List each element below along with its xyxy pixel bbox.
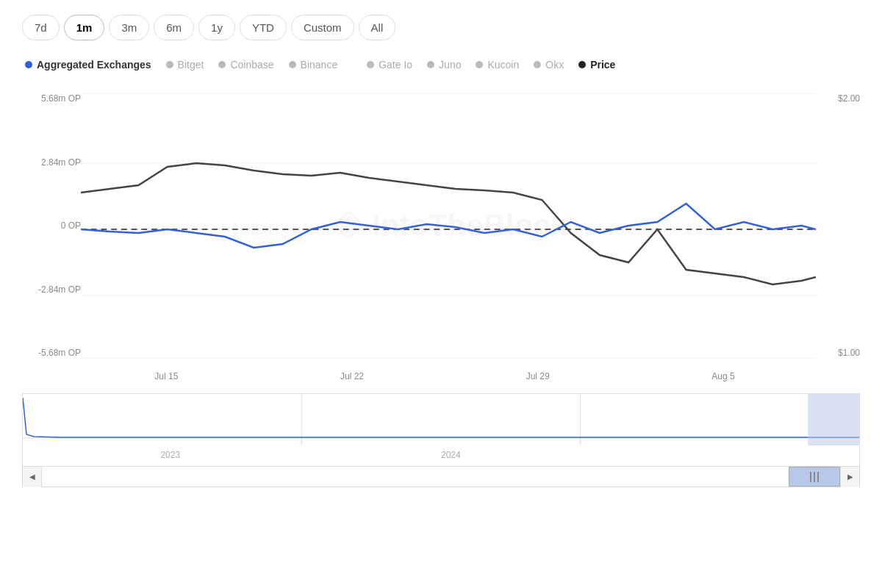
x-label-aug5: Aug 5 <box>711 371 734 381</box>
legend-juno[interactable]: Juno <box>427 59 461 71</box>
filter-3m-button[interactable]: 3m <box>109 15 149 40</box>
mini-label-2023: 2023 <box>160 450 180 460</box>
scrollbar[interactable]: ◀ ▶ <box>22 467 860 487</box>
y-label-4: -2.84m OP <box>22 284 81 295</box>
legend-dot-price <box>578 61 586 68</box>
filter-6m-button[interactable]: 6m <box>154 15 194 40</box>
legend-dot-bitget <box>166 61 173 68</box>
main-chart-svg <box>81 86 816 365</box>
legend-kucoin[interactable]: Kucoin <box>476 59 519 71</box>
legend-dot-okx <box>534 61 541 68</box>
x-label-jul22: Jul 22 <box>340 371 364 381</box>
filter-all-button[interactable]: All <box>359 15 396 40</box>
legend-price[interactable]: Price <box>578 59 615 71</box>
filter-ytd-button[interactable]: YTD <box>240 15 287 40</box>
y-label-bottom: -5.68m OP <box>22 348 81 358</box>
legend-label-coinbase: Coinbase <box>230 59 273 71</box>
scroll-handle-bar-3 <box>817 472 819 482</box>
y-label-right-top: $2.00 <box>838 93 860 104</box>
chart-legend: Aggregated Exchanges Bitget Coinbase Bin… <box>22 58 860 71</box>
scroll-thumb[interactable] <box>789 467 840 487</box>
y-label-2: 2.84m OP <box>22 157 81 168</box>
filter-7d-button[interactable]: 7d <box>22 15 60 40</box>
legend-dot-aggregated <box>25 61 32 68</box>
svg-rect-11 <box>808 394 859 445</box>
filter-1y-button[interactable]: 1y <box>198 15 235 40</box>
legend-label-price: Price <box>590 59 615 71</box>
filter-custom-button[interactable]: Custom <box>291 15 354 40</box>
legend-label-kucoin: Kucoin <box>487 59 519 71</box>
scroll-left-button[interactable]: ◀ <box>23 467 42 487</box>
legend-dot-binance <box>289 61 296 68</box>
y-label-right-bottom: $1.00 <box>838 348 860 358</box>
legend-label-juno: Juno <box>439 59 461 71</box>
legend-okx[interactable]: Okx <box>534 59 564 71</box>
legend-dot-coinbase <box>218 61 226 68</box>
legend-label-binance: Binance <box>301 59 338 71</box>
y-label-top: 5.68m OP <box>22 93 81 104</box>
mini-chart[interactable]: 2023 2024 <box>22 393 860 467</box>
legend-label-okx: Okx <box>545 59 564 71</box>
legend-label-bitget: Bitget <box>178 59 204 71</box>
mini-chart-svg <box>23 394 859 445</box>
mini-chart-labels: 2023 2024 <box>23 448 859 462</box>
legend-coinbase[interactable]: Coinbase <box>218 59 273 71</box>
main-chart-wrapper: 5.68m OP 2.84m OP 0 OP -2.84m OP -5.68m … <box>22 86 860 381</box>
scroll-handle-bar-1 <box>810 472 811 482</box>
legend-bitget[interactable]: Bitget <box>166 59 204 71</box>
legend-label-aggregated: Aggregated Exchanges <box>37 59 151 71</box>
x-axis: Jul 15 Jul 22 Jul 29 Aug 5 <box>22 365 860 381</box>
legend-binance[interactable]: Binance <box>289 59 338 71</box>
legend-label-gate-io: Gate Io <box>379 59 412 71</box>
scroll-track[interactable] <box>42 467 840 487</box>
time-filter-bar: 7d 1m 3m 6m 1y YTD Custom All <box>22 15 860 40</box>
x-label-jul15: Jul 15 <box>154 371 178 381</box>
legend-dot-gate-io <box>367 61 374 68</box>
x-label-jul29: Jul 29 <box>526 371 550 381</box>
legend-dot-kucoin <box>476 61 483 68</box>
mini-label-2024: 2024 <box>441 450 461 460</box>
scroll-right-button[interactable]: ▶ <box>840 467 859 487</box>
legend-aggregated[interactable]: Aggregated Exchanges <box>25 59 151 71</box>
legend-dot-juno <box>427 61 434 68</box>
scroll-handle-bar-2 <box>814 472 815 482</box>
legend-gate-io[interactable]: Gate Io <box>367 59 412 71</box>
y-label-zero: 0 OP <box>22 220 81 231</box>
filter-1m-button[interactable]: 1m <box>64 15 105 40</box>
